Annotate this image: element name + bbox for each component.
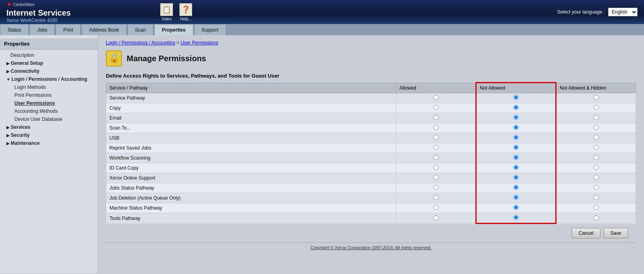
not-allowed-hidden-radio-11[interactable]	[594, 205, 599, 210]
tab-print[interactable]: Print	[56, 24, 81, 35]
not-allowed-hidden-cell-5[interactable]	[556, 143, 636, 153]
allowed-radio-9[interactable]	[433, 185, 439, 190]
allowed-radio-10[interactable]	[433, 195, 439, 200]
tab-scan[interactable]: Scan	[127, 24, 153, 35]
breadcrumb-user-permissions[interactable]: User Permissions	[181, 40, 218, 46]
not-allowed-cell-7[interactable]	[476, 163, 556, 173]
allowed-radio-5[interactable]	[433, 145, 439, 150]
sidebar-item-print-permissions[interactable]: Print Permissions	[0, 91, 97, 99]
sidebar-item-security[interactable]: Security	[0, 131, 97, 139]
not-allowed-hidden-cell-7[interactable]	[556, 163, 636, 173]
tab-address-book[interactable]: Address Book	[81, 24, 127, 35]
not-allowed-hidden-radio-6[interactable]	[594, 155, 599, 160]
sidebar-item-login-methods[interactable]: Login Methods	[0, 83, 97, 91]
not-allowed-radio-9[interactable]	[513, 185, 519, 190]
not-allowed-hidden-radio-4[interactable]	[594, 135, 599, 140]
not-allowed-radio-11[interactable]	[513, 205, 519, 210]
tab-jobs[interactable]: Jobs	[30, 24, 55, 35]
not-allowed-hidden-radio-0[interactable]	[594, 95, 599, 100]
allowed-cell-11[interactable]	[396, 203, 476, 213]
not-allowed-radio-0[interactable]	[513, 95, 519, 100]
index-button[interactable]: 📋 Index	[160, 3, 173, 21]
not-allowed-hidden-cell-1[interactable]	[556, 103, 636, 113]
not-allowed-hidden-cell-9[interactable]	[556, 183, 636, 193]
not-allowed-hidden-cell-2[interactable]	[556, 113, 636, 123]
allowed-cell-10[interactable]	[396, 193, 476, 203]
not-allowed-radio-7[interactable]	[513, 165, 519, 170]
allowed-cell-1[interactable]	[396, 103, 476, 113]
sidebar-item-accounting-methods[interactable]: Accounting Methods	[0, 107, 97, 115]
allowed-radio-12[interactable]	[433, 215, 439, 220]
not-allowed-hidden-radio-3[interactable]	[594, 125, 599, 130]
not-allowed-hidden-cell-12[interactable]	[556, 213, 636, 224]
not-allowed-radio-10[interactable]	[513, 195, 519, 200]
not-allowed-cell-8[interactable]	[476, 173, 556, 183]
not-allowed-radio-5[interactable]	[513, 145, 519, 150]
allowed-radio-1[interactable]	[433, 105, 439, 110]
not-allowed-cell-0[interactable]	[476, 93, 556, 103]
not-allowed-hidden-radio-7[interactable]	[594, 165, 599, 170]
not-allowed-hidden-radio-8[interactable]	[594, 175, 599, 180]
not-allowed-hidden-radio-2[interactable]	[594, 115, 599, 120]
not-allowed-cell-5[interactable]	[476, 143, 556, 153]
not-allowed-hidden-cell-11[interactable]	[556, 203, 636, 213]
not-allowed-hidden-cell-6[interactable]	[556, 153, 636, 163]
not-allowed-hidden-radio-5[interactable]	[594, 145, 599, 150]
not-allowed-cell-12[interactable]	[476, 213, 556, 224]
allowed-cell-9[interactable]	[396, 183, 476, 193]
sidebar-item-general-setup[interactable]: General Setup	[0, 59, 97, 67]
allowed-radio-8[interactable]	[433, 175, 439, 180]
allowed-cell-3[interactable]	[396, 123, 476, 133]
save-button[interactable]: Save	[604, 228, 628, 238]
not-allowed-hidden-cell-0[interactable]	[556, 93, 636, 103]
not-allowed-radio-3[interactable]	[513, 125, 519, 130]
not-allowed-hidden-radio-1[interactable]	[594, 105, 599, 110]
allowed-radio-3[interactable]	[433, 125, 439, 130]
not-allowed-radio-1[interactable]	[513, 105, 519, 110]
not-allowed-cell-10[interactable]	[476, 193, 556, 203]
sidebar-item-description[interactable]: Description	[0, 51, 97, 59]
sidebar-item-maintenance[interactable]: Maintenance	[0, 139, 97, 147]
allowed-radio-4[interactable]	[433, 135, 439, 140]
not-allowed-radio-6[interactable]	[513, 155, 519, 160]
not-allowed-radio-8[interactable]	[513, 175, 519, 180]
help-button[interactable]: ❓ Help...	[179, 3, 192, 21]
copyright[interactable]: Copyright © Xerox Corporation 1997-2014.…	[106, 242, 636, 252]
tab-status[interactable]: Status	[0, 24, 29, 35]
allowed-radio-2[interactable]	[433, 115, 439, 120]
allowed-cell-2[interactable]	[396, 113, 476, 123]
not-allowed-radio-4[interactable]	[513, 135, 519, 140]
not-allowed-hidden-cell-10[interactable]	[556, 193, 636, 203]
sidebar-item-device-user-db[interactable]: Device User Database	[0, 115, 97, 123]
language-select[interactable]: English French German Spanish	[608, 8, 638, 16]
allowed-radio-11[interactable]	[433, 205, 439, 210]
not-allowed-hidden-radio-10[interactable]	[594, 195, 599, 200]
allowed-radio-0[interactable]	[433, 95, 439, 100]
allowed-cell-5[interactable]	[396, 143, 476, 153]
cancel-button[interactable]: Cancel	[572, 228, 600, 238]
not-allowed-hidden-cell-8[interactable]	[556, 173, 636, 183]
allowed-radio-7[interactable]	[433, 165, 439, 170]
allowed-cell-12[interactable]	[396, 213, 476, 224]
tab-properties[interactable]: Properties	[154, 24, 193, 35]
allowed-cell-0[interactable]	[396, 93, 476, 103]
sidebar-item-login-permissions[interactable]: Login / Permissions / Accounting	[0, 75, 97, 83]
allowed-cell-6[interactable]	[396, 153, 476, 163]
sidebar-item-user-permissions[interactable]: User Permissions	[0, 99, 97, 107]
allowed-cell-4[interactable]	[396, 133, 476, 143]
not-allowed-cell-3[interactable]	[476, 123, 556, 133]
allowed-cell-8[interactable]	[396, 173, 476, 183]
not-allowed-radio-2[interactable]	[513, 115, 519, 120]
not-allowed-cell-1[interactable]	[476, 103, 556, 113]
breadcrumb-login-permissions[interactable]: Login / Permissions / Accounting	[106, 40, 175, 46]
sidebar-item-services[interactable]: Services	[0, 123, 97, 131]
not-allowed-cell-9[interactable]	[476, 183, 556, 193]
not-allowed-cell-2[interactable]	[476, 113, 556, 123]
tab-support[interactable]: Support	[194, 24, 226, 35]
allowed-radio-6[interactable]	[433, 155, 439, 160]
allowed-cell-7[interactable]	[396, 163, 476, 173]
not-allowed-radio-12[interactable]	[513, 215, 519, 220]
sidebar-item-connectivity[interactable]: Connectivity	[0, 67, 97, 75]
not-allowed-cell-6[interactable]	[476, 153, 556, 163]
not-allowed-cell-4[interactable]	[476, 133, 556, 143]
